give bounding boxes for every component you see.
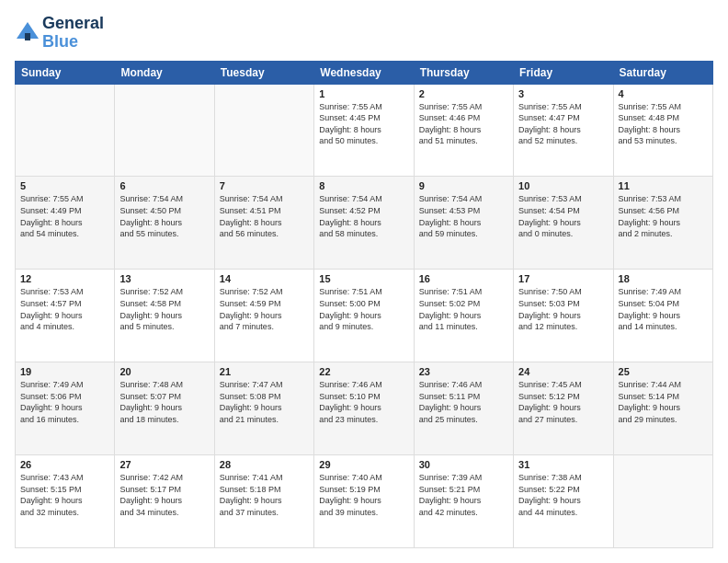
day-number: 21 — [220, 366, 309, 377]
day-number: 7 — [220, 180, 309, 191]
day-number: 18 — [619, 273, 708, 284]
calendar-cell: 16Sunrise: 7:51 AM Sunset: 5:02 PM Dayli… — [414, 270, 513, 362]
day-info: Sunrise: 7:47 AM Sunset: 5:08 PM Dayligh… — [220, 379, 309, 425]
calendar-cell: 20Sunrise: 7:48 AM Sunset: 5:07 PM Dayli… — [115, 362, 214, 455]
day-info: Sunrise: 7:44 AM Sunset: 5:14 PM Dayligh… — [619, 379, 708, 425]
day-number: 16 — [419, 273, 508, 284]
day-number: 25 — [619, 366, 708, 377]
calendar-cell — [16, 84, 115, 177]
weekday-header-friday: Friday — [514, 61, 613, 84]
calendar-cell: 18Sunrise: 7:49 AM Sunset: 5:04 PM Dayli… — [613, 270, 712, 362]
day-info: Sunrise: 7:39 AM Sunset: 5:21 PM Dayligh… — [419, 472, 508, 518]
day-info: Sunrise: 7:55 AM Sunset: 4:48 PM Dayligh… — [619, 101, 708, 147]
day-info: Sunrise: 7:40 AM Sunset: 5:19 PM Dayligh… — [319, 472, 408, 518]
day-number: 6 — [119, 180, 209, 191]
day-info: Sunrise: 7:53 AM Sunset: 4:57 PM Dayligh… — [20, 286, 109, 332]
day-number: 5 — [20, 180, 109, 191]
day-info: Sunrise: 7:45 AM Sunset: 5:12 PM Dayligh… — [518, 379, 608, 425]
weekday-header-saturday: Saturday — [613, 61, 712, 84]
weekday-header-monday: Monday — [115, 61, 214, 84]
day-info: Sunrise: 7:48 AM Sunset: 5:07 PM Dayligh… — [119, 379, 209, 425]
logo: General Blue — [15, 15, 104, 52]
calendar-cell: 12Sunrise: 7:53 AM Sunset: 4:57 PM Dayli… — [16, 270, 115, 362]
calendar-cell: 3Sunrise: 7:55 AM Sunset: 4:47 PM Daylig… — [514, 84, 613, 177]
page: General Blue SundayMondayTuesdayWednesda… — [0, 0, 728, 563]
logo-icon — [15, 20, 40, 46]
weekday-header-sunday: Sunday — [16, 61, 115, 84]
day-number: 26 — [20, 459, 109, 470]
calendar-cell: 9Sunrise: 7:54 AM Sunset: 4:53 PM Daylig… — [414, 177, 513, 270]
week-row-2: 5Sunrise: 7:55 AM Sunset: 4:49 PM Daylig… — [16, 177, 713, 270]
day-info: Sunrise: 7:41 AM Sunset: 5:18 PM Dayligh… — [220, 472, 309, 518]
calendar-cell: 19Sunrise: 7:49 AM Sunset: 5:06 PM Dayli… — [16, 362, 115, 455]
calendar-cell: 21Sunrise: 7:47 AM Sunset: 5:08 PM Dayli… — [214, 362, 313, 455]
day-info: Sunrise: 7:43 AM Sunset: 5:15 PM Dayligh… — [20, 472, 109, 518]
day-number: 3 — [518, 88, 608, 99]
weekday-header-thursday: Thursday — [414, 61, 513, 84]
day-number: 8 — [319, 180, 408, 191]
day-number: 27 — [119, 459, 209, 470]
day-number: 13 — [119, 273, 209, 284]
calendar-cell: 31Sunrise: 7:38 AM Sunset: 5:22 PM Dayli… — [514, 455, 613, 548]
calendar-cell: 23Sunrise: 7:46 AM Sunset: 5:11 PM Dayli… — [414, 362, 513, 455]
day-number: 9 — [419, 180, 508, 191]
calendar-cell: 27Sunrise: 7:42 AM Sunset: 5:17 PM Dayli… — [115, 455, 214, 548]
day-number: 29 — [319, 459, 408, 470]
day-number: 31 — [518, 459, 608, 470]
calendar-cell: 24Sunrise: 7:45 AM Sunset: 5:12 PM Dayli… — [514, 362, 613, 455]
day-number: 17 — [518, 273, 608, 284]
day-info: Sunrise: 7:52 AM Sunset: 4:59 PM Dayligh… — [220, 286, 309, 332]
day-info: Sunrise: 7:46 AM Sunset: 5:10 PM Dayligh… — [319, 379, 408, 425]
calendar-cell: 11Sunrise: 7:53 AM Sunset: 4:56 PM Dayli… — [613, 177, 712, 270]
calendar-cell: 26Sunrise: 7:43 AM Sunset: 5:15 PM Dayli… — [16, 455, 115, 548]
day-info: Sunrise: 7:42 AM Sunset: 5:17 PM Dayligh… — [119, 472, 209, 518]
day-number: 4 — [619, 88, 708, 99]
calendar-cell: 14Sunrise: 7:52 AM Sunset: 4:59 PM Dayli… — [214, 270, 313, 362]
day-info: Sunrise: 7:49 AM Sunset: 5:06 PM Dayligh… — [20, 379, 109, 425]
day-info: Sunrise: 7:52 AM Sunset: 4:58 PM Dayligh… — [119, 286, 209, 332]
calendar-cell: 13Sunrise: 7:52 AM Sunset: 4:58 PM Dayli… — [115, 270, 214, 362]
day-number: 12 — [20, 273, 109, 284]
calendar-cell — [613, 455, 712, 548]
calendar-cell: 10Sunrise: 7:53 AM Sunset: 4:54 PM Dayli… — [514, 177, 613, 270]
day-number: 14 — [220, 273, 309, 284]
day-info: Sunrise: 7:54 AM Sunset: 4:52 PM Dayligh… — [319, 193, 408, 239]
day-number: 1 — [319, 88, 408, 99]
day-info: Sunrise: 7:54 AM Sunset: 4:51 PM Dayligh… — [220, 193, 309, 239]
calendar-cell: 8Sunrise: 7:54 AM Sunset: 4:52 PM Daylig… — [314, 177, 414, 270]
calendar-cell: 22Sunrise: 7:46 AM Sunset: 5:10 PM Dayli… — [314, 362, 414, 455]
day-info: Sunrise: 7:54 AM Sunset: 4:50 PM Dayligh… — [119, 193, 209, 239]
day-number: 30 — [419, 459, 508, 470]
day-info: Sunrise: 7:55 AM Sunset: 4:47 PM Dayligh… — [518, 101, 608, 147]
calendar-cell: 4Sunrise: 7:55 AM Sunset: 4:48 PM Daylig… — [613, 84, 712, 177]
weekday-header-tuesday: Tuesday — [214, 61, 313, 84]
svg-rect-1 — [25, 33, 30, 40]
calendar-cell: 2Sunrise: 7:55 AM Sunset: 4:46 PM Daylig… — [414, 84, 513, 177]
day-number: 2 — [419, 88, 508, 99]
day-info: Sunrise: 7:53 AM Sunset: 4:56 PM Dayligh… — [619, 193, 708, 239]
day-number: 24 — [518, 366, 608, 377]
day-info: Sunrise: 7:46 AM Sunset: 5:11 PM Dayligh… — [419, 379, 508, 425]
calendar-cell: 30Sunrise: 7:39 AM Sunset: 5:21 PM Dayli… — [414, 455, 513, 548]
day-info: Sunrise: 7:55 AM Sunset: 4:46 PM Dayligh… — [419, 101, 508, 147]
day-info: Sunrise: 7:55 AM Sunset: 4:49 PM Dayligh… — [20, 193, 109, 239]
week-row-4: 19Sunrise: 7:49 AM Sunset: 5:06 PM Dayli… — [16, 362, 713, 455]
day-number: 15 — [319, 273, 408, 284]
week-row-5: 26Sunrise: 7:43 AM Sunset: 5:15 PM Dayli… — [16, 455, 713, 548]
day-info: Sunrise: 7:50 AM Sunset: 5:03 PM Dayligh… — [518, 286, 608, 332]
week-row-1: 1Sunrise: 7:55 AM Sunset: 4:45 PM Daylig… — [16, 84, 713, 177]
calendar-cell: 7Sunrise: 7:54 AM Sunset: 4:51 PM Daylig… — [214, 177, 313, 270]
day-number: 10 — [518, 180, 608, 191]
weekday-header-row: SundayMondayTuesdayWednesdayThursdayFrid… — [16, 61, 713, 84]
calendar-cell: 25Sunrise: 7:44 AM Sunset: 5:14 PM Dayli… — [613, 362, 712, 455]
day-number: 19 — [20, 366, 109, 377]
day-info: Sunrise: 7:38 AM Sunset: 5:22 PM Dayligh… — [518, 472, 608, 518]
calendar-cell: 1Sunrise: 7:55 AM Sunset: 4:45 PM Daylig… — [314, 84, 414, 177]
calendar-cell: 29Sunrise: 7:40 AM Sunset: 5:19 PM Dayli… — [314, 455, 414, 548]
day-number: 23 — [419, 366, 508, 377]
calendar-cell — [115, 84, 214, 177]
day-number: 20 — [119, 366, 209, 377]
calendar-cell — [214, 84, 313, 177]
day-number: 22 — [319, 366, 408, 377]
day-info: Sunrise: 7:54 AM Sunset: 4:53 PM Dayligh… — [419, 193, 508, 239]
